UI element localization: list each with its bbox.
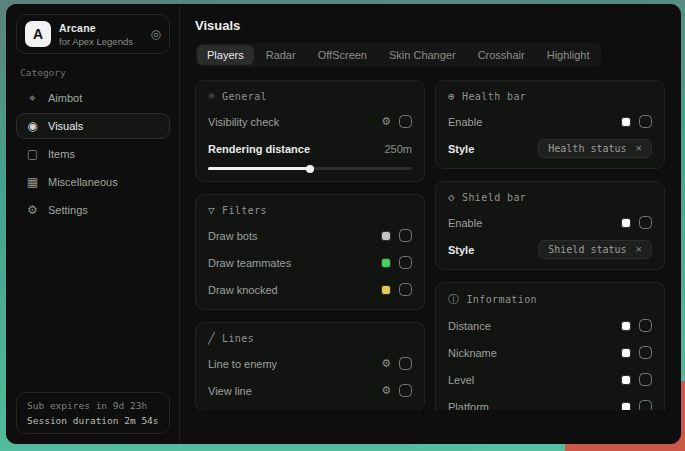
nickname-checkbox[interactable] <box>639 346 652 359</box>
sun-icon: ☼ <box>208 90 215 103</box>
app-subtitle: for Apex Legends <box>59 36 143 47</box>
health-style-select[interactable]: Health status × <box>538 139 652 158</box>
tab-players[interactable]: Players <box>197 45 254 65</box>
grid-icon: ▦ <box>26 175 39 189</box>
target-icon[interactable]: ◎ <box>151 27 161 41</box>
package-icon: ▢ <box>26 147 39 161</box>
row-label: Draw knocked <box>208 284 278 296</box>
funnel-icon: ▽ <box>208 204 215 217</box>
section-title: Lines <box>222 333 254 344</box>
diagonal-line-icon: ╱ <box>208 332 215 345</box>
sidebar-item-label: Items <box>48 148 75 160</box>
draw-knocked-checkbox[interactable] <box>399 283 412 296</box>
sub-expires-text: Sub expires in 9d 23h <box>27 400 159 411</box>
section-title: Shield bar <box>462 192 526 203</box>
sidebar-item-settings[interactable]: ⚙ Settings <box>16 197 170 223</box>
shield-icon: ◇ <box>448 191 455 204</box>
section-title: Filters <box>222 205 267 216</box>
gear-icon: ⚙ <box>26 203 39 217</box>
row-label: Style <box>448 244 474 256</box>
rendering-distance-slider[interactable] <box>208 167 412 170</box>
shield-enable-color-swatch[interactable] <box>621 218 631 228</box>
gear-icon[interactable]: ⚙ <box>381 357 391 370</box>
page-title: Visuals <box>195 18 665 33</box>
row-label: Rendering distance <box>208 143 310 155</box>
close-icon[interactable]: × <box>636 143 642 154</box>
tab-skin-changer[interactable]: Skin Changer <box>379 45 466 65</box>
row-label: View line <box>208 385 252 397</box>
shield-enable-checkbox[interactable] <box>639 216 652 229</box>
tab-crosshair[interactable]: Crosshair <box>468 45 535 65</box>
draw-bots-color-swatch[interactable] <box>381 231 391 241</box>
app-window: A Arcane for Apex Legends ◎ Category ⌖ A… <box>6 4 681 444</box>
tab-offscreen[interactable]: OffScreen <box>308 45 377 65</box>
row-label: Platform <box>448 401 489 411</box>
rendering-distance-value: 250m <box>384 143 412 155</box>
level-checkbox[interactable] <box>639 373 652 386</box>
tab-highlight[interactable]: Highlight <box>537 45 600 65</box>
draw-bots-checkbox[interactable] <box>399 229 412 242</box>
visibility-check-checkbox[interactable] <box>399 115 412 128</box>
row-label: Nickname <box>448 347 497 359</box>
session-duration-text: Session duration 2m 54s <box>27 415 159 426</box>
section-lines: ╱ Lines Line to enemy ⚙ View line ⚙ <box>195 322 425 410</box>
draw-knocked-color-swatch[interactable] <box>381 285 391 295</box>
platform-checkbox[interactable] <box>639 400 652 410</box>
row-label: Distance <box>448 320 491 332</box>
sidebar-item-items[interactable]: ▢ Items <box>16 141 170 167</box>
row-label: Draw teammates <box>208 257 291 269</box>
level-color-swatch[interactable] <box>621 375 631 385</box>
crosshair-icon: ⌖ <box>26 91 39 105</box>
row-label: Enable <box>448 217 482 229</box>
health-enable-color-swatch[interactable] <box>621 117 631 127</box>
app-name: Arcane <box>59 22 143 34</box>
distance-checkbox[interactable] <box>639 319 652 332</box>
draw-teammates-checkbox[interactable] <box>399 256 412 269</box>
row-label: Visibility check <box>208 116 279 128</box>
section-title: Health bar <box>462 91 526 102</box>
tab-bar: Players Radar OffScreen Skin Changer Cro… <box>195 43 602 67</box>
distance-color-swatch[interactable] <box>621 321 631 331</box>
slider-knob[interactable] <box>306 165 314 173</box>
section-filters: ▽ Filters Draw bots Draw teammates <box>195 194 425 310</box>
row-label: Level <box>448 374 474 386</box>
subscription-info-card: Sub expires in 9d 23h Session duration 2… <box>16 392 170 434</box>
sidebar-item-aimbot[interactable]: ⌖ Aimbot <box>16 85 170 111</box>
nickname-color-swatch[interactable] <box>621 348 631 358</box>
shield-style-select[interactable]: Shield status × <box>538 240 652 259</box>
sidebar: A Arcane for Apex Legends ◎ Category ⌖ A… <box>7 5 180 443</box>
view-line-checkbox[interactable] <box>399 384 412 397</box>
health-style-value: Health status <box>548 143 626 154</box>
info-icon: ⓘ <box>448 292 459 307</box>
app-logo: A <box>25 21 51 47</box>
scan-eye-icon: ◉ <box>26 119 39 133</box>
sidebar-item-label: Aimbot <box>48 92 82 104</box>
section-title: General <box>222 91 267 102</box>
sidebar-item-visuals[interactable]: ◉ Visuals <box>16 113 170 139</box>
shield-style-value: Shield status <box>548 244 626 255</box>
row-label: Draw bots <box>208 230 258 242</box>
category-label: Category <box>20 67 166 78</box>
platform-color-swatch[interactable] <box>621 402 631 411</box>
sidebar-item-miscellaneous[interactable]: ▦ Miscellaneous <box>16 169 170 195</box>
row-label: Style <box>448 143 474 155</box>
close-icon[interactable]: × <box>636 244 642 255</box>
slider-fill <box>208 167 310 170</box>
section-shield-bar: ◇ Shield bar Enable Style Shield stat <box>435 181 665 270</box>
gear-icon[interactable]: ⚙ <box>381 115 391 128</box>
draw-teammates-color-swatch[interactable] <box>381 258 391 268</box>
health-enable-checkbox[interactable] <box>639 115 652 128</box>
section-title: Information <box>466 294 537 305</box>
app-header-card: A Arcane for Apex Legends ◎ <box>16 14 170 54</box>
main-content: Visuals Players Radar OffScreen Skin Cha… <box>180 5 680 443</box>
tab-radar[interactable]: Radar <box>256 45 306 65</box>
row-label: Enable <box>448 116 482 128</box>
line-to-enemy-checkbox[interactable] <box>399 357 412 370</box>
health-icon: ⊕ <box>448 90 455 103</box>
sidebar-item-label: Visuals <box>48 120 83 132</box>
sidebar-item-label: Settings <box>48 204 88 216</box>
gear-icon[interactable]: ⚙ <box>381 384 391 397</box>
sidebar-item-label: Miscellaneous <box>48 176 118 188</box>
section-health-bar: ⊕ Health bar Enable Style Health stat <box>435 80 665 169</box>
section-information: ⓘ Information Distance Nickname <box>435 282 665 410</box>
